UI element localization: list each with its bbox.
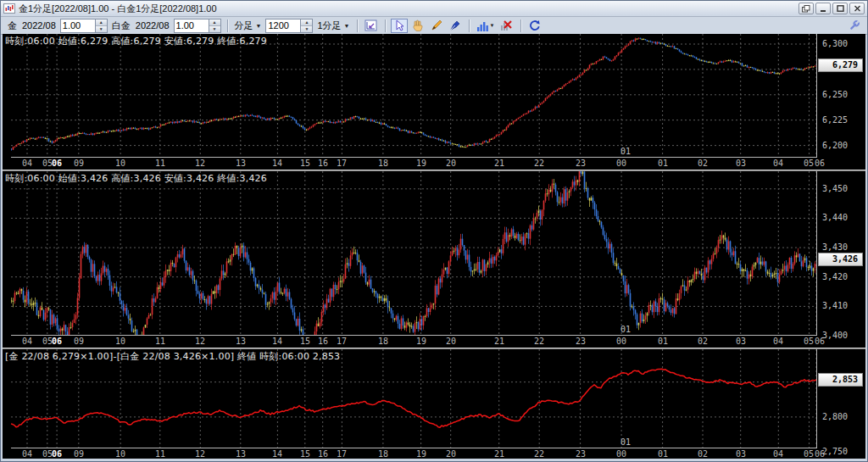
chevron-down-icon: ▼ [344,23,350,29]
platinum-ohlc-info: 時刻:06:00 始値:3,426 高値:3,426 安値:3,426 終値:3… [5,172,267,185]
maximize-button[interactable] [832,3,848,14]
current-price-box: 6,279 [818,58,863,72]
toolbar-separator [469,19,470,32]
time-tick-label: 04 [22,449,32,459]
time-tick-label: 20 [446,337,456,346]
gold-multiplier-input[interactable] [61,19,95,32]
platinum-plot[interactable]: 01 [11,171,817,336]
time-tick-label: 03 [736,449,746,459]
chart-crosshair-icon[interactable] [363,19,380,33]
time-tick-label: 13 [236,337,246,346]
time-tick-label: 09 [74,159,84,168]
pen-draw-icon[interactable] [447,19,464,33]
time-tick-label: 10 [115,159,125,168]
bar-count-spinner[interactable]: ▲▼ [265,19,313,33]
spin-down-icon[interactable]: ▼ [96,26,107,32]
time-tick-label: 22 [534,337,544,346]
settings-wrench-icon[interactable] [845,19,862,33]
popout-button[interactable] [798,3,814,14]
time-tick-label: 18 [378,337,388,346]
bar-chart-type-icon[interactable]: ▼ [475,19,497,33]
time-tick-label: 06 [52,449,62,459]
platinum-chart-panel[interactable]: 時刻:06:00 始値:3,426 高値:3,426 安値:3,426 終値:3… [3,171,865,348]
gold-chart-panel[interactable]: 時刻:06:00 始値:6,279 高値:6,279 安値:6,279 終値:6… [3,34,865,170]
current-price-box: 2,853 [818,373,863,387]
time-tick-label: 04 [773,337,783,346]
gold-time-axis: 0405060910111213141516171819202122230001… [11,157,817,170]
app-window: 金1分足[2022/08]1.00 - 白金1分足[2022/08]1.00 金… [0,0,868,462]
spread-plot[interactable]: 01 [11,349,817,448]
time-tick-label: 23 [576,449,586,459]
gold-price-axis: 6,3006,2506,2256,2006,279 [818,34,865,170]
toolbar-separator [357,19,358,32]
time-tick-label: 01 [658,159,668,168]
bar-type-label: 分足 [235,19,253,32]
spread-time-axis: 0405060910111213141516171819202122230001… [11,448,817,460]
chevron-down-icon: ▼ [256,23,262,29]
time-tick-label: 05 [804,449,814,459]
time-tick-label: 15 [300,337,310,346]
time-tick-label: 14 [272,159,282,168]
time-tick-label: 06 [52,337,62,346]
time-tick-label: 16 [318,449,328,459]
time-tick-label: 13 [236,159,246,168]
time-tick-label: 23 [576,337,586,346]
time-tick-label: 19 [416,337,426,346]
hand-pan-icon[interactable] [409,19,426,33]
time-tick-label: 05 [804,159,814,168]
price-axis-label: 3,410 [822,301,848,310]
time-tick-label: 04 [22,159,32,168]
app-icon [3,3,15,14]
toolbar: 金 2022/08 ▲▼ 白金 2022/08 ▲▼ 分足 ▼ ▲▼ 1分足 ▼ [1,17,867,35]
gold-multiplier-spinner[interactable]: ▲▼ [60,19,108,33]
titlebar[interactable]: 金1分足[2022/08]1.00 - 白金1分足[2022/08]1.00 [1,1,867,17]
chart-area: 時刻:06:00 始値:6,279 高値:6,279 安値:6,279 終値:6… [3,34,865,459]
platinum-month-label: 2022/08 [136,20,170,31]
spin-up-icon[interactable]: ▲ [209,19,220,26]
select-cursor-icon[interactable] [391,19,408,33]
spin-down-icon[interactable]: ▼ [301,26,312,32]
time-tick-label: 13 [236,449,246,459]
spread-chart-panel[interactable]: [金 22/08 6,279×1.00]-[白金 22/08 3,426×1.0… [3,349,865,460]
bar-type-dropdown[interactable]: 分足 ▼ [235,19,262,32]
minimize-button[interactable] [815,3,831,14]
time-tick-label: 02 [698,337,708,346]
time-tick-label: 21 [494,159,504,168]
time-tick-label: 12 [195,449,205,459]
date-marker: 01 [620,437,631,447]
time-tick-label: 06 [52,159,62,168]
platinum-multiplier-spinner[interactable]: ▲▼ [174,19,221,33]
gold-plot[interactable]: 01 [11,34,817,158]
spin-up-icon[interactable]: ▲ [96,19,107,26]
date-marker: 01 [620,147,631,156]
spin-up-icon[interactable]: ▲ [301,19,312,26]
time-tick-label: 17 [337,449,347,459]
time-tick-label: 21 [494,449,504,459]
time-tick-label: 22 [534,449,544,459]
spin-down-icon[interactable]: ▼ [209,26,220,32]
price-axis-label: 3,430 [822,242,848,252]
price-axis-label: 6,225 [822,115,848,125]
time-tick-label: 00 [616,337,626,346]
interval-dropdown[interactable]: 1分足 ▼ [317,19,349,32]
gold-symbol-label: 金 [8,19,17,32]
time-tick-label: 14 [272,449,282,459]
time-tick-label: 01 [658,337,668,346]
time-tick-label: 18 [378,159,388,168]
close-button[interactable] [849,3,865,14]
platinum-time-axis: 0405060910111213141516171819202122230001… [11,335,817,348]
pencil-draw-icon[interactable] [428,19,445,33]
time-tick-label: 15 [300,449,310,459]
bar-count-input[interactable] [266,19,300,32]
time-tick-label: 19 [416,159,426,168]
current-price-box: 3,426 [818,253,863,266]
platinum-multiplier-input[interactable] [175,19,209,32]
price-axis-label: 3,450 [822,184,848,193]
refresh-icon[interactable] [526,19,543,33]
platinum-price-axis: 3,4503,4403,4303,4203,4103,4003,426 [818,171,865,348]
toolbar-separator [520,19,521,32]
delete-drawings-icon[interactable] [498,19,515,33]
time-tick-label: 12 [195,337,205,346]
time-tick-label: 10 [115,449,125,459]
spread-price-axis: 2,8002,7502,853 [818,349,865,460]
